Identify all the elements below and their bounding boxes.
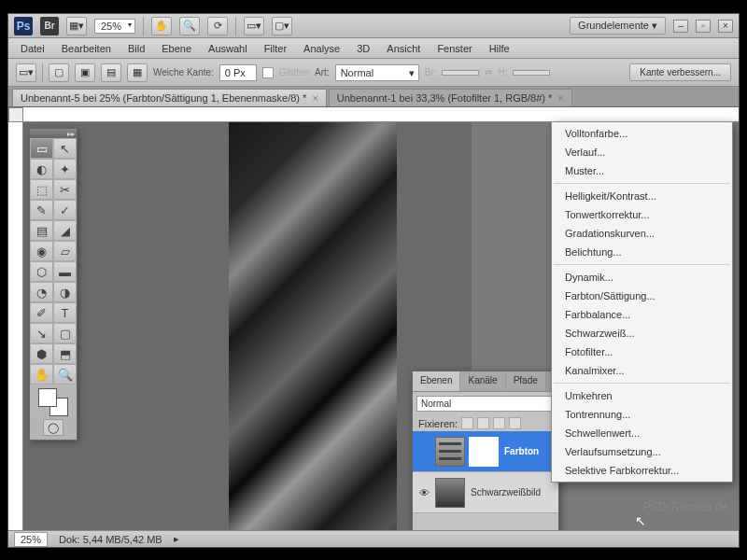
rotate-view-button[interactable]: ⟳ xyxy=(207,17,228,35)
zoom-tool-button[interactable]: 🔍 xyxy=(179,17,200,35)
document-tab[interactable]: Unbenannt-1 bei 33,3% (Fotofilter 1, RGB… xyxy=(329,89,572,106)
tool-19[interactable]: ▢ xyxy=(53,323,77,343)
layout-button[interactable]: ▦▾ xyxy=(66,17,87,35)
tool-4[interactable]: ⬚ xyxy=(30,179,53,200)
menu-item[interactable]: Gradationskurven... xyxy=(552,224,732,243)
tool-23[interactable]: 🔍 xyxy=(53,364,77,385)
workspace-select[interactable]: Grundelemente ▾ xyxy=(570,17,666,35)
ruler-horizontal[interactable] xyxy=(23,107,739,122)
lock-position-icon[interactable] xyxy=(493,417,505,429)
layer-name[interactable]: Schwarzweißbild xyxy=(471,487,541,497)
marquee-tool-icon[interactable]: ▭▾ xyxy=(16,63,36,82)
bridge-logo-icon[interactable]: Br xyxy=(40,17,59,35)
tool-5[interactable]: ✂ xyxy=(53,179,77,200)
visibility-icon[interactable]: 👁 xyxy=(416,485,431,500)
menu-datei[interactable]: Datei xyxy=(12,40,53,57)
lock-all-icon[interactable] xyxy=(509,417,521,429)
menu-ansicht[interactable]: Ansicht xyxy=(378,40,429,57)
sel-add-icon[interactable]: ▣ xyxy=(75,63,95,82)
menu-item[interactable]: Schwellenwert... xyxy=(552,424,732,442)
lock-transparency-icon[interactable] xyxy=(461,417,473,429)
tool-0[interactable]: ▭ xyxy=(30,138,53,159)
menu-item[interactable]: Farbbalance... xyxy=(552,305,732,324)
layer-row[interactable]: 👁Schwarzweißbild xyxy=(413,472,558,513)
menu-item[interactable]: Muster... xyxy=(552,161,732,180)
layer-row[interactable]: Farbton xyxy=(413,431,558,472)
menu-filter[interactable]: Filter xyxy=(256,40,295,57)
tool-17[interactable]: T xyxy=(53,302,77,323)
menu-item[interactable]: Umkehren xyxy=(552,386,732,405)
visibility-icon[interactable] xyxy=(416,444,431,459)
menu-auswahl[interactable]: Auswahl xyxy=(200,40,256,57)
foreground-color[interactable] xyxy=(38,388,57,407)
layer-thumb[interactable] xyxy=(435,478,465,508)
refine-edge-button[interactable]: Kante verbessern... xyxy=(629,63,731,81)
arrange-button[interactable]: ▭▾ xyxy=(244,17,264,35)
tool-21[interactable]: ⬒ xyxy=(53,343,77,364)
hand-tool-button[interactable]: ✋ xyxy=(151,17,172,35)
tool-6[interactable]: ✎ xyxy=(30,200,53,220)
tool-3[interactable]: ✦ xyxy=(53,159,77,179)
menu-item[interactable]: Fotofilter... xyxy=(552,343,732,361)
menu-item[interactable]: Tontrennung... xyxy=(552,405,732,424)
menu-3d[interactable]: 3D xyxy=(348,40,378,57)
panel-tab-pfade[interactable]: Pfade xyxy=(506,371,546,391)
close-button[interactable]: × xyxy=(718,20,733,33)
style-select[interactable]: Normal▾ xyxy=(335,64,419,81)
canvas-area[interactable] xyxy=(23,122,472,530)
status-arrow-icon[interactable]: ▸ xyxy=(174,533,179,545)
tab-close-icon[interactable]: × xyxy=(312,92,317,104)
menu-item[interactable]: Dynamik... xyxy=(552,268,732,287)
tool-18[interactable]: ↘ xyxy=(30,323,53,343)
adjustment-thumb[interactable] xyxy=(435,437,465,467)
sel-intersect-icon[interactable]: ▦ xyxy=(127,63,148,82)
menu-item[interactable]: Belichtung... xyxy=(552,243,732,261)
menu-hilfe[interactable]: Hilfe xyxy=(481,40,518,57)
menu-item[interactable]: Volltonfarbe... xyxy=(552,124,732,143)
tool-12[interactable]: ⬡ xyxy=(30,261,53,282)
tool-20[interactable]: ⬢ xyxy=(30,343,53,364)
panel-tab-kanäle[interactable]: Kanäle xyxy=(460,371,505,391)
menu-item[interactable]: Schwarzweiß... xyxy=(552,324,732,343)
sel-new-icon[interactable]: ▢ xyxy=(49,63,69,82)
menu-item[interactable]: Kanalmixer... xyxy=(552,361,732,380)
tool-8[interactable]: ▤ xyxy=(30,220,53,241)
tool-14[interactable]: ◔ xyxy=(30,282,53,302)
blend-mode-select[interactable]: Normal xyxy=(416,396,555,412)
tab-close-icon[interactable]: × xyxy=(557,92,563,104)
sel-sub-icon[interactable]: ▤ xyxy=(101,63,121,82)
ruler-vertical[interactable] xyxy=(8,122,23,530)
tool-9[interactable]: ◢ xyxy=(53,220,77,241)
screen-mode-button[interactable]: ▢▾ xyxy=(272,17,292,35)
minimize-button[interactable]: – xyxy=(673,20,688,33)
tool-22[interactable]: ✋ xyxy=(30,364,53,385)
menu-fenster[interactable]: Fenster xyxy=(429,40,480,57)
menu-item[interactable]: Verlaufsumsetzung... xyxy=(552,442,732,461)
menu-bild[interactable]: Bild xyxy=(120,40,153,57)
tool-16[interactable]: ✐ xyxy=(30,302,53,323)
menu-item[interactable]: Selektive Farbkorrektur... xyxy=(552,461,732,480)
menu-item[interactable]: Tonwertkorrektur... xyxy=(552,205,732,224)
fg-bg-swatches[interactable] xyxy=(38,388,68,416)
tool-13[interactable]: ▬ xyxy=(53,261,77,282)
tool-15[interactable]: ◑ xyxy=(53,282,77,302)
collapse-icon[interactable]: ▸▸ xyxy=(67,130,75,138)
lock-pixels-icon[interactable] xyxy=(477,417,489,429)
menu-item[interactable]: Farbton/Sättigung... xyxy=(552,287,732,305)
tool-1[interactable]: ↖ xyxy=(53,138,77,159)
toolbox-header[interactable]: ▸▸ xyxy=(30,129,77,138)
zoom-select[interactable]: 25% xyxy=(94,19,135,34)
menu-bearbeiten[interactable]: Bearbeiten xyxy=(53,40,120,57)
panel-tab-ebenen[interactable]: Ebenen xyxy=(413,371,460,391)
layer-mask-thumb[interactable] xyxy=(469,437,499,467)
tool-11[interactable]: ▱ xyxy=(53,241,77,261)
menu-ebene[interactable]: Ebene xyxy=(153,40,200,57)
menu-item[interactable]: Verlauf... xyxy=(552,143,732,161)
tool-7[interactable]: ✓ xyxy=(53,200,77,220)
menu-analyse[interactable]: Analyse xyxy=(295,40,348,57)
tool-2[interactable]: ◐ xyxy=(30,159,53,179)
menu-item[interactable]: Helligkeit/Kontrast... xyxy=(552,187,732,205)
maximize-button[interactable]: ▫ xyxy=(696,20,711,33)
document-tab[interactable]: Unbenannt-5 bei 25% (Farbton/Sättigung 1… xyxy=(12,89,327,106)
tool-10[interactable]: ◉ xyxy=(30,241,53,261)
